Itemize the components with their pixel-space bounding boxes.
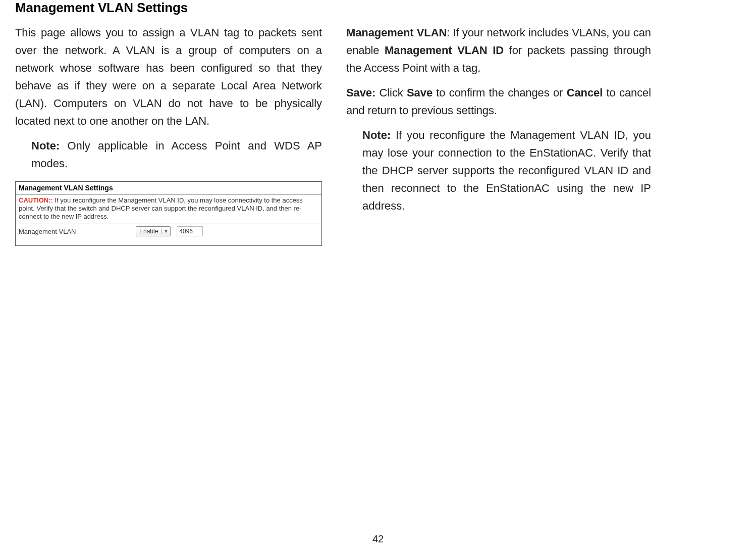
select-value: Enable xyxy=(136,228,161,235)
save-text1: Click xyxy=(375,86,407,99)
right-note-paragraph: Note: If you reconfigure the Management … xyxy=(346,126,651,215)
panel-caution: CAUTION:: If you reconfigure the Managem… xyxy=(16,194,321,224)
panel-row-label: Management VLAN xyxy=(19,228,130,235)
vlan-id-input[interactable] xyxy=(177,226,203,236)
content-columns: This page allows you to assign a VLAN ta… xyxy=(15,24,741,246)
page-number: 42 xyxy=(0,533,756,545)
panel-heading: Management VLAN Settings xyxy=(16,182,321,194)
management-vlan-select[interactable]: Enable ▼ xyxy=(136,226,171,236)
cancel-bold: Cancel xyxy=(567,86,603,99)
caution-text: If you reconfigure the Management VLAN I… xyxy=(19,196,303,220)
save-text2: to confirm the changes or xyxy=(433,86,567,99)
mvlan-id-bold: Management VLAN ID xyxy=(385,44,504,57)
panel-row: Management VLAN Enable ▼ xyxy=(16,224,321,238)
save-paragraph: Save: Click Save to confirm the changes … xyxy=(346,84,651,119)
save-bold2: Save xyxy=(407,86,433,99)
save-bold1: Save: xyxy=(346,86,375,99)
intro-paragraph: This page allows you to assign a VLAN ta… xyxy=(15,24,322,130)
right-column: Management VLAN: If your network include… xyxy=(346,24,651,246)
page-title: Management VLAN Settings xyxy=(15,0,741,16)
caution-label: CAUTION:: xyxy=(19,196,53,204)
note-label: Note: xyxy=(31,139,60,152)
settings-panel: Management VLAN Settings CAUTION:: If yo… xyxy=(15,181,322,246)
mvlan-bold: Management VLAN xyxy=(346,26,447,39)
right-note-bold: Note: xyxy=(362,129,391,141)
right-note-text: If you reconfigure the Management VLAN I… xyxy=(362,129,651,212)
management-vlan-paragraph: Management VLAN: If your network include… xyxy=(346,24,651,77)
chevron-down-icon: ▼ xyxy=(161,229,170,234)
note-paragraph: Note: Only applicable in Access Point an… xyxy=(15,137,322,172)
note-text: Only applicable in Access Point and WDS … xyxy=(31,139,322,170)
left-column: This page allows you to assign a VLAN ta… xyxy=(15,24,322,246)
